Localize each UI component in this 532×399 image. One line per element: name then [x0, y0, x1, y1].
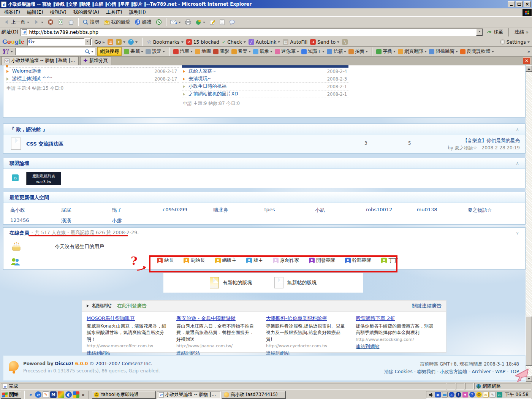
space-user-link[interactable]: 漢漢 — [61, 217, 112, 224]
yahoo-settings-button[interactable]: 設定 — [146, 48, 165, 55]
google-search-dropdown[interactable] — [84, 38, 91, 45]
topic-link[interactable]: Welome游標 — [12, 68, 41, 74]
forum-title-link[interactable]: CSS 交流語法區 — [26, 141, 63, 147]
collapse-chevron-icon[interactable]: ∨ — [516, 230, 519, 236]
notes-button[interactable] — [218, 19, 227, 26]
quicklaunch-browser-icon[interactable]: e — [35, 391, 41, 398]
google-bookmarks-button[interactable]: ☆ Bookmarks — [147, 39, 183, 45]
google-talk-button[interactable]: ” — [128, 39, 138, 45]
google-autolink-button[interactable]: ╱ AutoLink — [249, 39, 280, 45]
topic-link[interactable]: 之前網站被抓的圖片XD — [188, 91, 238, 97]
discuz-brand[interactable]: Discuz! — [55, 361, 73, 366]
space-user-link[interactable]: tpes — [264, 207, 315, 214]
tray-mixer-icon[interactable]: ◉ — [435, 392, 441, 397]
go-button[interactable]: 移至 — [485, 28, 505, 36]
quicklaunch-ie-icon[interactable]: e — [27, 391, 34, 398]
quicklaunch-notes-icon[interactable]: ✎ — [43, 391, 49, 398]
yahoo-web-search-button[interactable]: 網頁搜尋 — [97, 47, 122, 56]
quicklaunch-m-app-icon[interactable]: M — [50, 391, 57, 398]
google-settings-button[interactable]: Settings — [500, 39, 530, 45]
address-input[interactable]: e http://bbs.tw789.net/bbs.php — [20, 28, 483, 36]
yahoo-notepad-button[interactable]: 迷你筆 — [275, 48, 299, 55]
yahoo-maps-button[interactable]: 地圖 — [195, 48, 211, 55]
google-go-button[interactable]: Go ▸ — [95, 39, 105, 45]
google-sendto-button[interactable]: ➔ Send to — [310, 39, 339, 45]
refresh-button[interactable] — [56, 18, 66, 26]
collapse-chevron-icon[interactable]: ∧ — [516, 161, 519, 166]
yahoo-movies-button[interactable]: 電影 — [213, 48, 229, 55]
tray-ime-icon[interactable]: 言 — [497, 392, 502, 397]
alliance-banner-link[interactable]: 魔獸私服列表 war3.tw — [26, 172, 61, 185]
tray-volume-icon[interactable] — [429, 392, 434, 397]
quicklaunch-paint-icon[interactable] — [58, 391, 64, 398]
home-button[interactable] — [66, 18, 76, 26]
google-highlight-pen-icon[interactable]: ╲ — [342, 39, 348, 45]
back-button[interactable]: 上一頁 — [2, 18, 31, 26]
ad-visit-link[interactable]: 連結到網站 — [356, 344, 380, 350]
tray-balloon-icon[interactable]: ? — [469, 392, 475, 397]
start-button[interactable]: 開始 — [1, 391, 21, 399]
space-user-link[interactable]: 123456 — [10, 217, 61, 224]
discuss-button[interactable] — [227, 19, 237, 26]
tray-newmail-icon[interactable]: ✉ — [483, 392, 489, 397]
yahoo-search-input[interactable] — [15, 48, 95, 55]
yahoo-dictionary-button[interactable]: 字典 — [376, 48, 396, 55]
print-button[interactable] — [183, 19, 193, 26]
tray-pen-icon[interactable]: ✎ — [490, 392, 496, 397]
space-user-link[interactable]: 屁屁 — [61, 207, 112, 214]
yahoo-bookmarks-button[interactable]: 書籤 — [124, 48, 143, 55]
tab-active[interactable]: cy 小政娛樂論壇 -- 寵物 ‖遊戲 ‖... — [2, 56, 79, 65]
topic-link[interactable]: 游標上傳測試 ^^" — [12, 76, 52, 82]
edit-button[interactable] — [207, 18, 217, 26]
grammar-section-header[interactable]: 『 政，語法館 』 ∧ — [3, 124, 525, 135]
space-user-link[interactable]: 高小政 — [10, 207, 61, 214]
menu-tools[interactable]: 工具(T) — [103, 8, 125, 17]
stop-button[interactable] — [46, 18, 55, 26]
collapse-chevron-icon[interactable]: ∧ — [516, 127, 519, 132]
yahoo-weather-button[interactable]: 氣象 — [253, 48, 272, 55]
yahoo-antispy-button[interactable]: 反間諜軟體 — [460, 48, 494, 55]
search-button[interactable]: 搜尋 — [81, 18, 101, 26]
favorites-button[interactable]: 我的最愛 — [102, 18, 132, 26]
yahoo-auctions-button[interactable]: 拍賣 — [348, 48, 368, 55]
new-tab-button[interactable]: ✚ 新增分頁 — [80, 56, 111, 65]
lastpost-title-link[interactable]: 【音樂盒】你們是我的星光 — [448, 137, 520, 144]
space-user-link[interactable]: 喵北鼻 — [214, 207, 264, 214]
ad-title-link[interactable]: 股票網路下單 2折 — [356, 315, 435, 322]
history-button[interactable] — [154, 18, 164, 26]
scroll-up-button[interactable] — [526, 65, 532, 72]
messenger-button[interactable] — [193, 18, 207, 26]
menu-file[interactable]: 檔案(F) — [1, 8, 24, 17]
google-search-input[interactable]: G — [27, 38, 92, 46]
topic-link[interactable]: 送給大家搭~ — [188, 68, 216, 74]
post-ad-here-link[interactable]: 在此刊登廣告 — [117, 302, 147, 309]
space-user-link[interactable]: 小趴 — [315, 207, 366, 214]
task-button-forum-window[interactable]: e 小政娛樂論壇 -- 寵物 ‖... — [157, 391, 221, 399]
yahoo-popup-blocker-button[interactable]: 阻擋跳窗 — [429, 48, 458, 55]
quicklaunch-grid-icon[interactable] — [73, 391, 79, 398]
yahoo-autos-button[interactable]: 汽車 — [173, 48, 193, 55]
links-button[interactable]: 連結» — [513, 28, 530, 36]
tray-smiley-icon[interactable]: ☺ — [476, 392, 482, 397]
close-button[interactable]: × — [524, 1, 531, 7]
task-button-yahoo-messenger[interactable]: ☺ Yahoo!奇摩即時通 — [92, 391, 156, 399]
topic-link[interactable]: 去清境玩~ — [188, 76, 211, 82]
menu-view[interactable]: 檢視(V) — [47, 8, 70, 17]
keyword-ads-link[interactable]: 關鍵連結廣告 — [412, 302, 442, 309]
ad-title-link[interactable]: 喬安旅遊 - 金典中國新遊蹤 — [176, 315, 256, 322]
tray-app-f-icon[interactable]: f — [456, 392, 461, 397]
space-user-link[interactable]: mu0138 — [417, 207, 468, 214]
yahoo-translate-button[interactable]: 網頁翻譯 — [398, 48, 427, 55]
menu-help[interactable]: 說明(H) — [126, 8, 149, 17]
google-popup-blocker-button[interactable]: ⊘ 15 blocked — [186, 39, 219, 45]
tray-app-a-icon[interactable]: a — [449, 392, 454, 397]
yahoo-answers-button[interactable]: 知識+ — [301, 48, 325, 55]
mail-button[interactable] — [168, 19, 183, 25]
topic-link[interactable]: 小政生日時的祝福 — [188, 83, 226, 90]
address-dropdown-button[interactable] — [476, 29, 483, 36]
forward-button[interactable] — [32, 19, 45, 25]
tray-display-icon[interactable] — [442, 392, 448, 397]
google-autofill-button[interactable]: ▤ AutoFill — [283, 39, 307, 45]
space-user-link[interactable]: 夏之物語☆ — [467, 207, 518, 214]
google-more-button[interactable]: ✦ — [116, 39, 125, 45]
